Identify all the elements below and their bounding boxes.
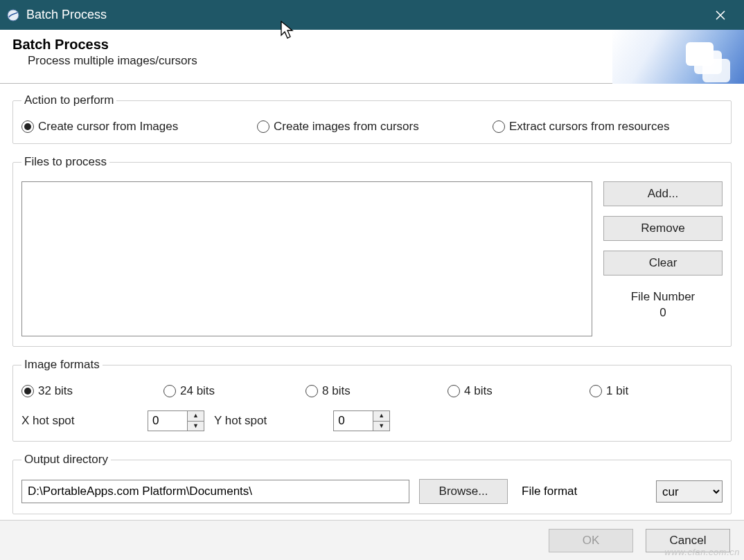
radio-dot-icon	[590, 385, 602, 397]
radio-create-cursor-from-images[interactable]: Create cursor from Images	[21, 120, 257, 134]
radio-label: Create cursor from Images	[38, 120, 178, 134]
radio-label: 32 bits	[38, 384, 73, 398]
radio-dot-icon	[21, 120, 34, 133]
dialog-footer: OK Cancel	[0, 520, 744, 560]
browse-button[interactable]: Browse...	[419, 479, 508, 504]
close-button[interactable]	[705, 0, 736, 30]
radio-dot-icon	[493, 120, 505, 133]
output-group: Output directory Browse... File format c…	[12, 453, 732, 514]
radio-1-bit[interactable]: 1 bit	[590, 384, 628, 398]
radio-8-bits[interactable]: 8 bits	[305, 384, 448, 398]
output-path-input[interactable]	[21, 480, 409, 503]
y-hotspot-spinner[interactable]: ▲ ▼	[333, 410, 390, 431]
dialog-header: Batch Process Process multiple images/cu…	[0, 30, 744, 84]
ok-button[interactable]: OK	[549, 529, 633, 552]
x-hotspot-input[interactable]	[148, 411, 187, 431]
radio-dot-icon	[305, 385, 318, 397]
file-list[interactable]	[21, 181, 592, 336]
titlebar: Batch Process	[0, 0, 744, 30]
formats-group: Image formats 32 bits 24 bits 8 bits 4 b…	[12, 358, 732, 442]
radio-24-bits[interactable]: 24 bits	[163, 384, 305, 398]
file-count-value: 0	[603, 305, 723, 321]
action-legend: Action to perform	[21, 93, 116, 107]
radio-dot-icon	[257, 120, 269, 133]
svg-rect-3	[686, 42, 714, 66]
radio-dot-icon	[448, 385, 460, 397]
file-count-label: File Number	[603, 289, 723, 305]
y-hotspot-input[interactable]	[334, 411, 373, 431]
file-format-label: File format	[522, 485, 577, 498]
radio-label: 24 bits	[180, 384, 215, 398]
files-legend: Files to process	[21, 155, 109, 169]
radio-label: Create images from cursors	[274, 120, 419, 134]
files-group: Files to process Add... Remove Clear Fil…	[12, 155, 732, 347]
y-hotspot-label: Y hot spot	[214, 414, 267, 428]
header-decoration	[612, 30, 744, 84]
cancel-button[interactable]: Cancel	[646, 529, 730, 552]
svg-point-0	[8, 10, 19, 21]
x-hotspot-label: X hot spot	[21, 414, 148, 428]
radio-dot-icon	[163, 385, 176, 397]
radio-32-bits[interactable]: 32 bits	[21, 384, 163, 398]
remove-button[interactable]: Remove	[603, 216, 723, 241]
file-format-select[interactable]: cur	[656, 480, 723, 503]
app-icon	[7, 9, 19, 21]
radio-extract-cursors-from-resources[interactable]: Extract cursors from resources	[493, 120, 669, 134]
file-count: File Number 0	[603, 289, 723, 321]
radio-4-bits[interactable]: 4 bits	[448, 384, 590, 398]
radio-create-images-from-cursors[interactable]: Create images from cursors	[257, 120, 493, 134]
spinner-down-icon[interactable]: ▼	[373, 422, 389, 431]
spinner-up-icon[interactable]: ▲	[373, 411, 389, 422]
window-title: Batch Process	[26, 8, 107, 22]
radio-dot-icon	[21, 385, 34, 397]
spinner-up-icon[interactable]: ▲	[188, 411, 204, 422]
formats-legend: Image formats	[21, 358, 103, 372]
close-icon	[715, 10, 726, 21]
radio-label: 4 bits	[464, 384, 493, 398]
radio-label: 8 bits	[322, 384, 351, 398]
clear-button[interactable]: Clear	[603, 251, 723, 276]
radio-label: Extract cursors from resources	[509, 120, 669, 134]
add-button[interactable]: Add...	[603, 181, 723, 206]
spinner-down-icon[interactable]: ▼	[188, 422, 204, 431]
output-legend: Output directory	[21, 453, 111, 467]
action-group: Action to perform Create cursor from Ima…	[12, 93, 732, 144]
x-hotspot-spinner[interactable]: ▲ ▼	[148, 410, 204, 431]
radio-label: 1 bit	[606, 384, 628, 398]
